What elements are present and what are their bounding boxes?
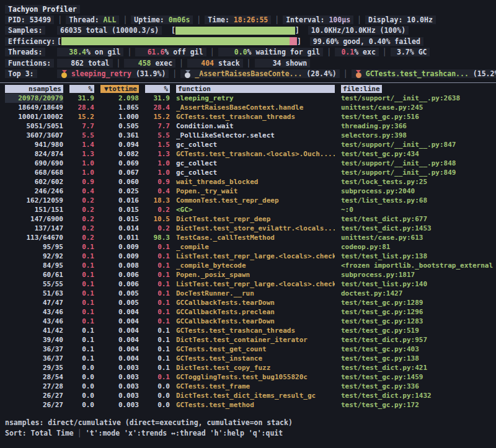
cell-ns: 39/40 — [5, 335, 63, 345]
cell-file: test/test_dict.py:421 — [341, 363, 496, 372]
table-row[interactable]: 43/460.10.0040.1GCCallbackTests.tearDown… — [0, 317, 496, 326]
cell-p1: 0.1 — [69, 317, 94, 326]
table-row[interactable]: 26/270.00.0030.0GCTests.test_methodtest/… — [0, 400, 496, 410]
column-header-percent-1[interactable]: % — [69, 85, 94, 93]
efficiency-label: Efficiency: — [5, 37, 58, 46]
cell-tot: 0.361 — [100, 131, 139, 140]
cell-ns: 246/246 — [5, 187, 63, 196]
functions-label: Functions: — [5, 59, 54, 68]
table-row[interactable]: 29/350.00.0030.1DictTest.test_copy_fuzzt… — [0, 363, 496, 372]
cell-file: test/test_gc.py:403 — [341, 345, 496, 354]
table-row[interactable]: 95/950.10.0090.1_compilecodeop.py:81 — [0, 242, 496, 252]
column-header-nsamples[interactable]: nsamples — [5, 85, 63, 93]
bronze-medal-icon — [355, 70, 363, 78]
table-row[interactable]: 60/610.10.0060.1Popen._posix_spawnsubpro… — [0, 270, 496, 279]
display-field: Display: 10.0Hz — [365, 15, 436, 24]
cell-p2: 10.5 — [145, 214, 170, 224]
cell-file: doctest.py:1427 — [341, 289, 496, 298]
table-row[interactable]: 36/370.10.0040.1GCTests.test_get_countte… — [0, 345, 496, 354]
thread-field: Thread: ALL — [66, 15, 119, 24]
column-header-percent-2[interactable]: % — [145, 85, 170, 93]
cell-fn: GCCallbackTests.preclean — [176, 307, 335, 317]
table-row[interactable]: 5051/50517.70.5057.7Condition.waitthread… — [0, 121, 496, 131]
table-row[interactable]: 18649/1864928.41.86528.4_AssertRaisesBas… — [0, 103, 496, 112]
on-gil-suffix: % on gil — [86, 48, 120, 56]
cell-p2: 0.1 — [145, 242, 170, 252]
cell-tot: 0.094 — [100, 140, 139, 149]
thread-value: ALL — [104, 15, 117, 24]
table-row[interactable]: 51/630.10.0050.1DocTestRunner.__rundocte… — [0, 289, 496, 298]
cell-p2: 0.0 — [145, 400, 170, 410]
table-row[interactable]: 246/2460.40.0250.4Popen._try_waitsubproc… — [0, 187, 496, 196]
cell-file: selectors.py:398 — [341, 131, 496, 140]
cell-tot: 0.025 — [100, 187, 139, 196]
cell-ns: 10001/10002 — [5, 112, 63, 121]
cell-p1: 1.3 — [69, 149, 94, 159]
cell-tot: 0.009 — [100, 252, 139, 261]
table-row[interactable]: 39/400.10.0040.1DictTest.test_container_… — [0, 335, 496, 345]
cell-file: test/test_gc.py:138 — [341, 354, 496, 363]
time-label: Time: — [208, 15, 229, 24]
cell-p1: 0.1 — [69, 298, 94, 307]
cell-p2: 0.1 — [145, 252, 170, 261]
column-header-tottime-sorted[interactable]: ▼tottime — [100, 85, 139, 93]
table-row[interactable]: 27/280.00.0030.0GCTests.test_frametest/t… — [0, 382, 496, 391]
cell-tot: 0.011 — [100, 233, 139, 242]
table-row[interactable]: 47/470.10.0050.1GCCallbackTests.tearDown… — [0, 298, 496, 307]
off-gil-value: 61.6 — [138, 48, 164, 56]
table-row[interactable]: 84/950.10.0080.1_compile_bytecode<frozen… — [0, 261, 496, 270]
cell-p2: 0.1 — [145, 298, 170, 307]
cell-p1: 0.1 — [69, 345, 94, 354]
cell-fn: _AssertRaisesBaseContext.handle — [176, 103, 335, 112]
column-header-function[interactable]: function — [176, 85, 335, 93]
functions-exec: 458 exec — [124, 59, 175, 68]
table-row[interactable]: 28/540.00.0030.1GCTogglingTests.test_bug… — [0, 372, 496, 382]
cell-p2: 5.5 — [145, 131, 170, 140]
table-row[interactable]: 26/270.00.0030.0DictTest.test_dict_items… — [0, 391, 496, 400]
efficiency-bar-close-bracket: ] — [297, 37, 301, 46]
uptime-value: 0m06s — [169, 15, 190, 24]
tachyon-profiler-window: Tachyon Profiler PID: 53499 │ Thread: AL… — [0, 0, 496, 448]
table-row[interactable]: 941/9801.40.0941.5gc_collecttest/support… — [0, 140, 496, 149]
table-row[interactable]: 55/550.10.0060.1ListTest.test_repr_large… — [0, 279, 496, 289]
column-header-file-line[interactable]: file:line — [341, 85, 382, 93]
cell-p1: 0.1 — [69, 279, 94, 289]
cell-p2: 0.2 — [145, 205, 170, 214]
table-row[interactable]: 43/460.10.0040.1GCCallbackTests.preclean… — [0, 307, 496, 317]
table-row[interactable]: 10001/1000215.21.00015.2GCTests.test_tra… — [0, 112, 496, 121]
table-row[interactable]: 36/370.10.0040.1GCTests.test_instancetes… — [0, 354, 496, 363]
table-row[interactable]: 162/120590.20.01618.3CommonTest.test_rep… — [0, 196, 496, 205]
cell-fn: <GC> — [176, 205, 335, 214]
cell-fn: ListTest.test_repr_large.<locals>.check — [176, 279, 335, 289]
cell-ns: 60/61 — [5, 270, 63, 279]
table-row[interactable]: 113/646700.20.01198.3TestCase._callTestM… — [0, 233, 496, 242]
cell-p2: 0.0 — [145, 382, 170, 391]
cell-p2: 0.1 — [145, 335, 170, 345]
cell-tot: 0.003 — [100, 391, 139, 400]
cell-fn: Popen._posix_spawn — [176, 270, 335, 279]
table-row[interactable]: 602/6020.90.0600.9wait_threads_blockedte… — [0, 177, 496, 187]
threads-off-gil: 61.6% off gil — [135, 48, 206, 56]
cell-ns: 43/46 — [5, 307, 63, 317]
divider: │ — [113, 59, 125, 68]
functions-total-suffix: total — [84, 59, 110, 68]
cell-file: test/support/__init__.py:849 — [341, 168, 496, 177]
cell-tot: 0.005 — [100, 289, 139, 298]
table-row[interactable]: 137/1470.20.0140.2DictTest.test_store_ev… — [0, 224, 496, 233]
cell-fn: ListTest.test_repr_large.<locals>.check — [176, 252, 335, 261]
table-row[interactable]: 92/920.10.0090.1ListTest.test_repr_large… — [0, 252, 496, 261]
table-row[interactable]: 147/69000.20.01510.5DictTest.test_repr_d… — [0, 214, 496, 224]
top3-percent: (28.4%) — [306, 69, 336, 78]
footer-keybinds-line: Sort: Total Time │ 't':mode 'x':trends ↔… — [0, 428, 496, 439]
table-row[interactable]: 3607/36075.50.3615.5_PollLikeSelector.se… — [0, 131, 496, 140]
gc-value: 3.7 — [394, 48, 410, 56]
table-row[interactable]: 824/8741.30.0821.3GCTests.test_trashcan.… — [0, 149, 496, 159]
table-row[interactable]: 20978/2097931.92.09831.9sleeping_retryte… — [0, 94, 496, 103]
cell-tot: 0.004 — [100, 345, 139, 354]
table-row[interactable]: 690/6901.00.0691.0gc_collecttest/support… — [0, 159, 496, 168]
cell-p2: 0.4 — [145, 187, 170, 196]
table-row[interactable]: 151/1510.20.0150.2<GC>~:0 — [0, 205, 496, 214]
table-row[interactable]: 41/420.10.0040.1GCTests.test_trashcan_th… — [0, 326, 496, 335]
cell-fn: gc_collect — [176, 168, 335, 177]
table-row[interactable]: 668/6681.00.0671.0gc_collecttest/support… — [0, 168, 496, 177]
